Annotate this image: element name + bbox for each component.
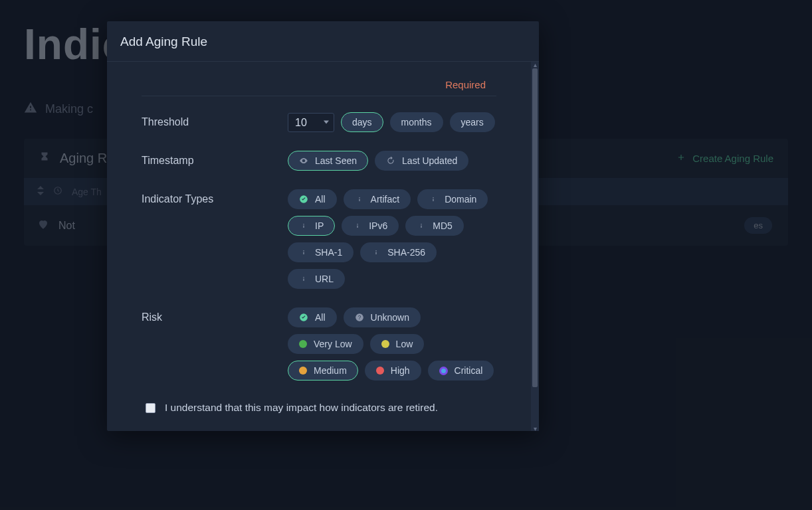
threshold-select-wrap: 10 [288, 113, 334, 132]
risk-low-chip[interactable]: Low [370, 334, 425, 354]
timestamp-row: Timestamp Last Seen Last Upd [142, 141, 496, 180]
risk-medium-chip[interactable]: Medium [288, 361, 358, 381]
last-seen-chip[interactable]: Last Seen [288, 151, 368, 171]
info-icon [371, 248, 381, 257]
add-aging-rule-modal: Add Aging Rule Required Threshold 10 [107, 21, 539, 431]
risk-verylow-dot [299, 340, 307, 348]
unit-days-label: days [352, 117, 372, 128]
acknowledgement-text: I understand that this may impact how in… [165, 402, 438, 414]
last-updated-chip[interactable]: Last Updated [375, 151, 468, 171]
last-seen-label: Last Seen [315, 155, 357, 166]
type-ipv6-chip[interactable]: IPv6 [342, 216, 399, 236]
modal-body: Required Threshold 10 days [107, 62, 531, 431]
scroll-thumb[interactable] [532, 68, 538, 387]
threshold-row: Threshold 10 days months [142, 103, 496, 141]
unit-years-chip[interactable]: years [450, 112, 495, 132]
risk-high-dot [376, 367, 384, 375]
indicator-types-label: Indicator Types [142, 189, 288, 205]
type-all-label: All [315, 194, 326, 205]
acknowledgement-row: I understand that this may impact how in… [142, 390, 496, 416]
risk-low-label: Low [396, 339, 413, 349]
risk-medium-label: Medium [314, 365, 347, 376]
type-url-label: URL [315, 274, 334, 284]
type-domain-chip[interactable]: Domain [417, 189, 488, 209]
risk-all-label: All [315, 312, 326, 323]
type-ipv6-label: IPv6 [369, 220, 387, 231]
refresh-icon [386, 156, 395, 165]
scroll-down-icon[interactable]: ▾ [531, 424, 539, 432]
threshold-label: Threshold [142, 112, 288, 128]
timestamp-label: Timestamp [142, 151, 288, 167]
risk-critical-label: Critical [455, 365, 483, 376]
last-updated-label: Last Updated [402, 155, 457, 166]
type-sha256-label: SHA-256 [387, 247, 425, 258]
risk-verylow-label: Very Low [314, 339, 352, 349]
threshold-select[interactable]: 10 [288, 113, 334, 132]
indicator-types-row: Indicator Types All Artifact [142, 180, 496, 298]
risk-unknown-label: Unknown [371, 312, 409, 323]
unit-days-chip[interactable]: days [341, 112, 383, 132]
modal-title: Add Aging Rule [107, 21, 539, 62]
info-icon [299, 274, 308, 284]
acknowledgement-checkbox[interactable] [146, 403, 155, 413]
type-md5-label: MD5 [433, 220, 453, 231]
risk-medium-dot [299, 367, 307, 375]
scroll-up-icon[interactable]: ▴ [531, 60, 539, 68]
type-md5-chip[interactable]: MD5 [405, 216, 464, 236]
eye-icon [299, 156, 308, 165]
type-ip-chip[interactable]: IP [288, 216, 335, 236]
unit-months-chip[interactable]: months [390, 112, 443, 132]
risk-unknown-chip[interactable]: ? Unknown [344, 307, 421, 327]
risk-critical-chip[interactable]: Critical [428, 361, 494, 381]
risk-all-chip[interactable]: All [288, 307, 337, 327]
type-sha256-chip[interactable]: SHA-256 [360, 242, 437, 262]
info-icon [299, 221, 308, 230]
type-ip-label: IP [315, 220, 324, 231]
risk-critical-dot [439, 367, 448, 375]
type-artifact-chip[interactable]: Artifact [344, 189, 411, 209]
svg-text:?: ? [357, 315, 361, 321]
risk-verylow-chip[interactable]: Very Low [288, 334, 363, 354]
check-circle-icon [299, 313, 308, 322]
type-sha1-label: SHA-1 [315, 247, 342, 258]
type-all-chip[interactable]: All [288, 189, 337, 209]
info-icon [299, 248, 308, 257]
unit-months-label: months [401, 117, 432, 128]
risk-row: Risk All ? Unknown [142, 298, 496, 390]
info-icon [417, 221, 426, 230]
required-label: Required [142, 64, 496, 96]
risk-low-dot [381, 340, 389, 348]
risk-label: Risk [142, 307, 288, 323]
info-icon [353, 221, 362, 230]
risk-high-chip[interactable]: High [365, 361, 421, 381]
info-icon [429, 195, 438, 204]
modal-scrollbar[interactable]: ▴ ▾ [531, 62, 539, 431]
risk-high-label: High [391, 365, 410, 376]
question-icon: ? [355, 313, 364, 322]
type-url-chip[interactable]: URL [288, 269, 345, 289]
type-sha1-chip[interactable]: SHA-1 [288, 242, 354, 262]
check-circle-icon [299, 195, 308, 204]
unit-years-label: years [461, 117, 484, 128]
type-domain-label: Domain [445, 194, 476, 205]
info-icon [355, 195, 364, 204]
type-artifact-label: Artifact [371, 194, 400, 205]
